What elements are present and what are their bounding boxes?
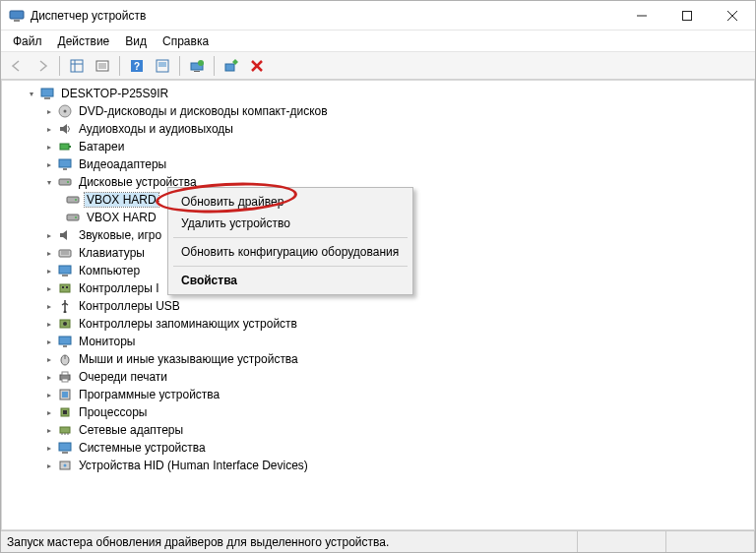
svg-point-36 (75, 216, 77, 218)
monitor-icon (57, 334, 73, 349)
audio-icon (57, 121, 73, 137)
svg-rect-33 (67, 197, 79, 203)
maximize-button[interactable] (664, 1, 710, 31)
svg-point-34 (75, 199, 77, 201)
toolbar-separator (214, 56, 215, 76)
tree-category-video[interactable]: ▸ Видеоадаптеры (8, 155, 754, 173)
expand-icon[interactable]: ▸ (43, 141, 55, 153)
expand-icon[interactable]: ▸ (43, 389, 55, 400)
tree-label: VBOX HARD (85, 211, 158, 224)
display-adapter-icon (57, 156, 73, 172)
usb-icon (57, 298, 73, 314)
expand-icon[interactable]: ▸ (43, 247, 55, 259)
svg-rect-0 (10, 11, 24, 19)
expand-icon[interactable]: ▸ (43, 105, 55, 117)
toolbar-separator (59, 56, 60, 76)
toolbar-button[interactable] (151, 54, 174, 78)
tree-category-battery[interactable]: ▸ Батареи (8, 138, 754, 155)
tree-label: Звуковые, игро (77, 228, 163, 242)
status-segment (578, 531, 666, 552)
expand-icon[interactable]: ▸ (43, 158, 55, 170)
tree-label: Системные устройства (77, 441, 208, 455)
software-device-icon (57, 387, 73, 402)
network-icon (57, 422, 73, 438)
collapse-icon[interactable]: ▾ (43, 176, 55, 188)
svg-rect-54 (62, 379, 68, 382)
svg-rect-35 (67, 215, 79, 220)
tree-label: Контроллеры I (77, 281, 161, 295)
expand-icon[interactable]: ▸ (43, 229, 55, 241)
tree-label: VBOX HARD (85, 193, 158, 207)
menu-action[interactable]: Действие (50, 32, 118, 50)
tree-label: Очереди печати (77, 370, 169, 384)
update-driver-button[interactable] (185, 54, 209, 78)
device-tree[interactable]: ▾ DESKTOP-P25S9IR ▸ DVD-дисководы и диск… (1, 80, 755, 530)
computer-icon (39, 86, 55, 101)
tree-label: Сетевые адаптеры (77, 423, 185, 437)
sound-icon (57, 227, 73, 243)
svg-rect-44 (66, 286, 68, 288)
context-separator (173, 266, 408, 267)
svg-rect-42 (60, 284, 70, 292)
menu-help[interactable]: Справка (155, 32, 217, 50)
forward-button[interactable] (31, 54, 54, 78)
tree-label: Аудиовходы и аудиовыходы (77, 122, 235, 136)
expand-icon[interactable]: ▸ (43, 406, 55, 418)
expand-icon[interactable]: ▸ (43, 353, 55, 365)
tree-label: Батареи (77, 140, 126, 154)
tree-category-cpu[interactable]: ▸ Процессоры (8, 403, 754, 421)
tree-category-system[interactable]: ▸ Системные устройства (8, 439, 754, 457)
menu-file[interactable]: Файл (5, 32, 50, 50)
tree-category-mice[interactable]: ▸ Мыши и иные указывающие устройства (8, 350, 754, 368)
svg-rect-20 (225, 64, 234, 71)
tree-category-audio[interactable]: ▸ Аудиовходы и аудиовыходы (8, 120, 754, 138)
disk-icon (65, 192, 81, 208)
uninstall-button[interactable] (245, 54, 269, 78)
statusbar: Запуск мастера обновления драйверов для … (1, 530, 755, 552)
svg-rect-18 (194, 71, 200, 72)
svg-point-32 (67, 181, 69, 183)
expand-icon[interactable]: ▸ (43, 318, 55, 330)
show-hidden-button[interactable] (65, 54, 89, 78)
expand-icon[interactable]: ▸ (43, 123, 55, 135)
tree-category-monitors[interactable]: ▸ Мониторы (8, 333, 754, 350)
expand-icon[interactable]: ▸ (43, 442, 55, 454)
expand-icon[interactable]: ▸ (43, 282, 55, 294)
menu-view[interactable]: Вид (117, 32, 155, 50)
tree-category-storage[interactable]: ▸ Контроллеры запоминающих устройств (8, 315, 754, 333)
tree-category-network[interactable]: ▸ Сетевые адаптеры (8, 421, 754, 439)
tree-category-soft[interactable]: ▸ Программные устройства (8, 386, 754, 403)
tree-category-hid[interactable]: ▸ Устройства HID (Human Interface Device… (8, 457, 754, 474)
svg-text:?: ? (134, 61, 140, 72)
controller-icon (57, 280, 73, 296)
titlebar: Диспетчер устройств (1, 1, 755, 31)
minimize-button[interactable] (619, 1, 664, 31)
tree-category-dvd[interactable]: ▸ DVD-дисководы и дисководы компакт-диск… (8, 102, 754, 120)
svg-rect-63 (59, 443, 71, 451)
collapse-icon[interactable]: ▾ (26, 88, 37, 99)
menubar: Файл Действие Вид Справка (1, 31, 755, 52)
close-button[interactable] (710, 1, 755, 31)
back-button[interactable] (5, 54, 29, 78)
scan-hardware-button[interactable] (220, 54, 243, 78)
context-remove-device[interactable]: Удалить устройство (171, 213, 410, 234)
expand-icon[interactable]: ▸ (43, 371, 55, 383)
svg-rect-40 (59, 266, 71, 274)
properties-button[interactable] (91, 54, 114, 78)
tree-label: Мыши и иные указывающие устройства (77, 352, 300, 366)
expand-icon[interactable]: ▸ (43, 300, 55, 312)
expand-icon[interactable]: ▸ (43, 265, 55, 276)
context-scan-hardware[interactable]: Обновить конфигурацию оборудования (171, 241, 410, 263)
expand-icon[interactable]: ▸ (43, 336, 55, 347)
system-device-icon (57, 440, 73, 456)
tree-root[interactable]: ▾ DESKTOP-P25S9IR (8, 85, 754, 102)
help-button[interactable]: ? (125, 54, 149, 78)
tree-category-usb[interactable]: ▸ Контроллеры USB (8, 297, 754, 315)
context-properties[interactable]: Свойства (171, 270, 410, 291)
expand-icon[interactable]: ▸ (43, 460, 55, 471)
tree-category-print[interactable]: ▸ Очереди печати (8, 368, 754, 386)
expand-icon[interactable]: ▸ (43, 424, 55, 436)
svg-rect-59 (60, 427, 70, 433)
svg-rect-24 (44, 97, 50, 99)
context-update-driver[interactable]: Обновить драйвер (171, 191, 410, 213)
